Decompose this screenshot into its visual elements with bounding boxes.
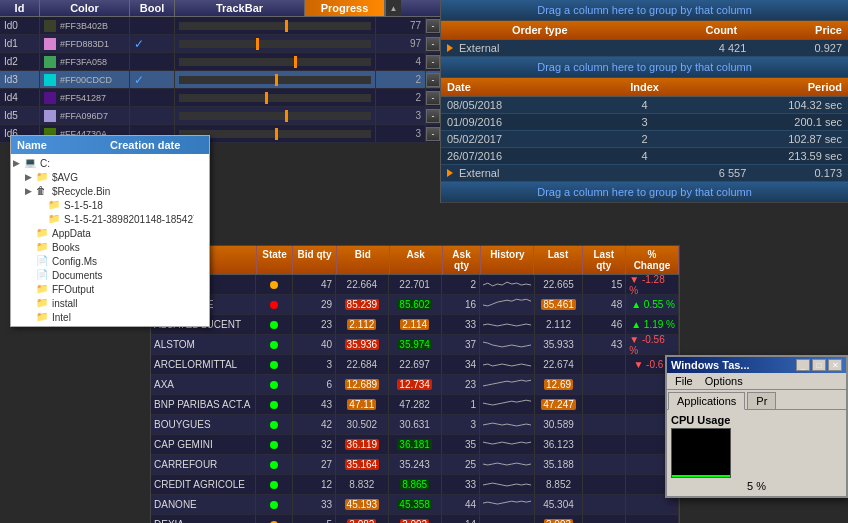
- file-item[interactable]: ▶ 🗑 $Recycle.Bin: [13, 184, 207, 198]
- col-history-date[interactable]: Date: [441, 78, 601, 96]
- mh-change[interactable]: % Change: [626, 246, 679, 274]
- mh-history[interactable]: History: [481, 246, 534, 274]
- file-item[interactable]: 📁 AppData: [13, 226, 207, 240]
- history-row[interactable]: 01/09/2016 3 200.1 sec: [441, 114, 848, 131]
- history-row[interactable]: 08/05/2018 4 104.32 sec: [441, 97, 848, 114]
- mc-history: [480, 495, 535, 514]
- col-order-type[interactable]: Order type: [441, 21, 639, 39]
- col-history-period[interactable]: Period: [688, 78, 848, 96]
- taskman-menu-file[interactable]: File: [669, 374, 699, 388]
- market-row[interactable]: DEXIA 5 3.082 3.092 14 3.093: [151, 515, 679, 523]
- mc-last: 36.123: [535, 435, 583, 454]
- progress-dec-btn[interactable]: -: [426, 91, 440, 105]
- taskman-close-btn[interactable]: ✕: [828, 359, 842, 371]
- cell-trackbar[interactable]: [175, 53, 376, 70]
- progress-dec-btn[interactable]: -: [426, 37, 440, 51]
- market-header: Name State Bid qty Bid Ask Ask qty Histo…: [151, 246, 679, 275]
- market-row[interactable]: CREDIT AGRICOLE 12 8.832 8.865 33 8.852: [151, 475, 679, 495]
- progress-dec-btn[interactable]: -: [426, 127, 440, 141]
- mc-name: CARREFOUR: [151, 455, 256, 474]
- file-item[interactable]: 📁 install: [13, 296, 207, 310]
- file-item[interactable]: 📁 S-1-5-21-3898201148-1854275172-51: [13, 212, 207, 226]
- cell-color: #FF3B402B: [40, 17, 130, 34]
- mh-bid[interactable]: Bid: [337, 246, 390, 274]
- cell-trackbar[interactable]: [175, 107, 376, 124]
- taskman-minimize-btn[interactable]: _: [796, 359, 810, 371]
- file-item[interactable]: ▶ 💻 C:: [13, 156, 207, 170]
- grid-row[interactable]: Id5 #FFA096D7 3 -: [0, 107, 440, 125]
- cell-bool: ✓: [130, 71, 175, 88]
- col-order-price[interactable]: Price: [743, 21, 848, 39]
- cell-trackbar[interactable]: [175, 35, 376, 52]
- market-row[interactable]: BNP PARIBAS ACT.A 43 47.11 47.282 1 47.2…: [151, 395, 679, 415]
- market-row[interactable]: ARCELORMITTAL 3 22.684 22.697 34 22.674 …: [151, 355, 679, 375]
- file-item[interactable]: 📄 Config.Ms: [13, 254, 207, 268]
- trackbar[interactable]: [179, 40, 371, 48]
- market-row[interactable]: AIR LIQUIDE 29 85.239 85.602 16 85.461 4…: [151, 295, 679, 315]
- col-header-trackbar[interactable]: TrackBar: [175, 0, 305, 16]
- market-row[interactable]: DANONE 33 45.193 45.358 44 45.304: [151, 495, 679, 515]
- mh-ask-qty[interactable]: Ask qty: [443, 246, 482, 274]
- mh-last[interactable]: Last: [534, 246, 582, 274]
- col-header-color[interactable]: Color: [40, 0, 130, 16]
- col-history-index[interactable]: Index: [601, 78, 687, 96]
- market-row[interactable]: ACCOR 47 22.664 22.701 2 22.665 15 ▼ -1.…: [151, 275, 679, 295]
- file-col-name: Name: [17, 139, 47, 151]
- taskman-menu-options[interactable]: Options: [699, 374, 749, 388]
- cell-trackbar[interactable]: [175, 89, 376, 106]
- file-item[interactable]: 📄 Documents: [13, 268, 207, 282]
- grid-row[interactable]: Id2 #FF3FA058 4 -: [0, 53, 440, 71]
- taskman-maximize-btn[interactable]: □: [812, 359, 826, 371]
- market-row[interactable]: BOUYGUES 42 30.502 30.631 3 30.589: [151, 415, 679, 435]
- col-header-id[interactable]: Id: [0, 0, 40, 16]
- grid-row[interactable]: Id3 #FF00CDCD ✓ 2 -: [0, 71, 440, 89]
- col-header-progress[interactable]: Progress: [305, 0, 385, 16]
- market-row[interactable]: ALCATEL-LUCENT 23 2.112 2.114 33 2.112 4…: [151, 315, 679, 335]
- cell-trackbar[interactable]: [175, 71, 376, 88]
- file-item[interactable]: 📁 S-1-5-18: [13, 198, 207, 212]
- file-item[interactable]: 📁 Books: [13, 240, 207, 254]
- mc-last-qty: [583, 395, 626, 414]
- col-header-bool[interactable]: Bool: [130, 0, 175, 16]
- trackbar[interactable]: [179, 22, 371, 30]
- cell-bool: ✓: [130, 35, 175, 52]
- progress-dec-btn[interactable]: -: [426, 19, 440, 33]
- grid-row[interactable]: Id4 #FF541287 2 -: [0, 89, 440, 107]
- scroll-up-btn[interactable]: ▲: [390, 4, 398, 13]
- file-expand-icon[interactable]: ▶: [25, 172, 35, 182]
- mh-ask[interactable]: Ask: [390, 246, 443, 274]
- mc-ask-qty: 14: [442, 515, 480, 523]
- mh-last-qty[interactable]: Last qty: [583, 246, 626, 274]
- col-order-count[interactable]: Count: [639, 21, 744, 39]
- hist-index: 2: [605, 133, 684, 145]
- expand-icon[interactable]: [447, 44, 453, 52]
- file-item[interactable]: 📁 Intel: [13, 310, 207, 324]
- trackbar[interactable]: [179, 94, 371, 102]
- grid-row[interactable]: Id1 #FFD883D1 ✓ 97 -: [0, 35, 440, 53]
- trackbar[interactable]: [179, 58, 371, 66]
- progress-dec-btn[interactable]: -: [426, 73, 440, 87]
- file-expand-icon[interactable]: ▶: [13, 158, 23, 168]
- market-row[interactable]: ALSTOM 40 35.936 35.974 37 35.933 43 ▼ -…: [151, 335, 679, 355]
- mh-state[interactable]: State: [257, 246, 294, 274]
- expand-icon-2[interactable]: [447, 169, 453, 177]
- progress-dec-btn[interactable]: -: [426, 109, 440, 123]
- cell-trackbar[interactable]: [175, 17, 376, 34]
- market-row[interactable]: CAP GEMINI 32 36.119 36.181 35 36.123: [151, 435, 679, 455]
- file-item[interactable]: 📁 FFOutput: [13, 282, 207, 296]
- file-expand-icon[interactable]: ▶: [25, 186, 35, 196]
- file-type-icon: 🗑: [36, 185, 50, 197]
- market-row[interactable]: CARREFOUR 27 35.164 35.243 25 35.188: [151, 455, 679, 475]
- history-row[interactable]: 05/02/2017 2 102.87 sec: [441, 131, 848, 148]
- grid-row[interactable]: Id0 #FF3B402B 77 -: [0, 17, 440, 35]
- trackbar[interactable]: [179, 112, 371, 120]
- market-row[interactable]: AXA 6 12.689 12.734 23 12.69: [151, 375, 679, 395]
- progress-dec-btn[interactable]: -: [426, 55, 440, 69]
- file-item[interactable]: ▶ 📁 $AVG: [13, 170, 207, 184]
- trackbar[interactable]: [179, 76, 371, 84]
- mh-bid-qty[interactable]: Bid qty: [293, 246, 336, 274]
- history-row[interactable]: 26/07/2016 4 213.59 sec: [441, 148, 848, 165]
- mc-ask-qty: 23: [442, 375, 480, 394]
- taskman-tab-processes[interactable]: Pr: [747, 392, 776, 409]
- taskman-tab-applications[interactable]: Applications: [668, 392, 745, 410]
